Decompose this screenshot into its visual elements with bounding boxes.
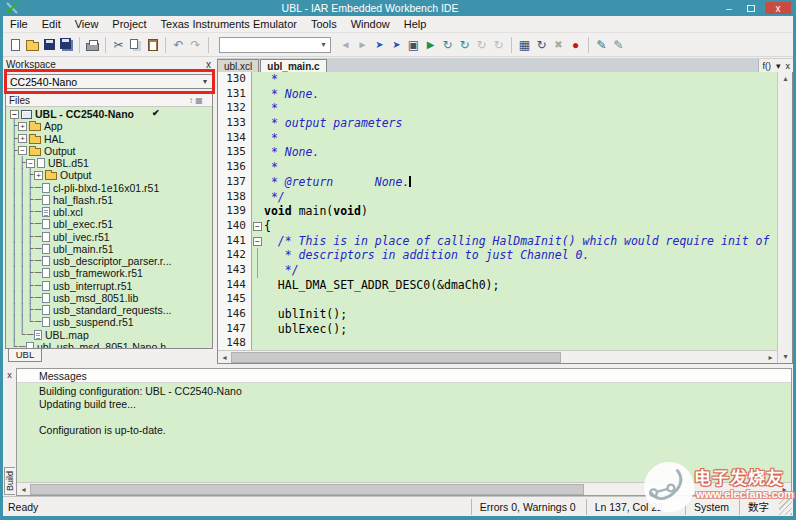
build-scroll-right-icon[interactable]: ▸ bbox=[778, 485, 791, 494]
build-horizontal-scrollbar[interactable]: ◂ ▸ bbox=[17, 482, 791, 495]
configuration-dropdown[interactable]: CC2540-Nano ▾ bbox=[5, 74, 213, 89]
code-text[interactable] bbox=[264, 336, 777, 350]
fold-margin[interactable] bbox=[252, 204, 264, 219]
scroll-left-icon[interactable]: ◂ bbox=[218, 353, 231, 362]
step-out-icon[interactable]: ↻ bbox=[473, 36, 490, 54]
download-and-debug-icon[interactable]: ✎ bbox=[593, 36, 610, 54]
code-text[interactable]: * bbox=[264, 101, 777, 116]
make-icon[interactable]: ▦ bbox=[516, 36, 533, 54]
cut-icon[interactable]: ✂ bbox=[110, 36, 127, 54]
code-text[interactable]: * @return None. bbox=[264, 175, 777, 190]
line-number[interactable]: 135 bbox=[218, 145, 252, 160]
tree-item-cl-pli-blxd-1e16x01-r51[interactable]: ││├─cl-pli-blxd-1e16x01.r51 bbox=[6, 182, 212, 194]
resize-grip[interactable] bbox=[779, 499, 792, 515]
tree-expander-icon[interactable]: + bbox=[34, 171, 43, 180]
line-number[interactable]: 137 bbox=[218, 175, 252, 190]
code-text[interactable]: * None. bbox=[264, 87, 777, 102]
tree-item-ubl-cc2540-nano[interactable]: −UBL - CC2540-Nano✔ bbox=[6, 108, 212, 120]
tree-expander-icon[interactable]: + bbox=[18, 122, 27, 131]
fold-margin[interactable] bbox=[252, 116, 264, 131]
line-number[interactable]: 134 bbox=[218, 131, 252, 146]
tree-item-app[interactable]: ├+App bbox=[6, 120, 212, 132]
code-text[interactable]: { bbox=[264, 219, 777, 234]
fold-margin[interactable] bbox=[252, 160, 264, 175]
scroll-right-icon[interactable]: ▸ bbox=[764, 353, 777, 362]
tree-item-ubl-ivec-r51[interactable]: ││├─ubl_ivec.r51 bbox=[6, 231, 212, 243]
save-icon[interactable] bbox=[41, 36, 58, 54]
open-file-icon[interactable] bbox=[24, 36, 41, 54]
tree-item-ubl-map[interactable]: │└─UBL.map bbox=[6, 329, 212, 341]
code-text[interactable]: void main(void) bbox=[264, 204, 777, 219]
editor-vertical-scrollbar[interactable]: ▴ ▾ bbox=[777, 72, 792, 363]
file-order-icon[interactable]: ↕ ▦ bbox=[183, 96, 209, 105]
line-number[interactable]: 138 bbox=[218, 190, 252, 205]
code-text[interactable]: */ bbox=[264, 263, 777, 278]
step-over-icon[interactable]: ↻ bbox=[439, 36, 456, 54]
tree-expander-icon[interactable]: − bbox=[26, 159, 35, 168]
copy-icon[interactable] bbox=[127, 36, 144, 54]
tree-expander-icon[interactable]: − bbox=[18, 146, 27, 155]
fold-margin[interactable] bbox=[252, 131, 264, 146]
minimize-button[interactable]: – bbox=[721, 2, 737, 14]
tree-item-output[interactable]: ││├+Output bbox=[6, 169, 212, 181]
rebuild-all-icon[interactable]: ↻ bbox=[533, 36, 550, 54]
go-to-bookmark-icon[interactable]: ➤ bbox=[371, 36, 388, 54]
build-scroll-left-icon[interactable]: ◂ bbox=[17, 485, 30, 494]
run-icon[interactable]: ↻ bbox=[490, 36, 507, 54]
step-into-icon[interactable]: ↻ bbox=[456, 36, 473, 54]
paste-icon[interactable] bbox=[144, 36, 161, 54]
line-number[interactable]: 132 bbox=[218, 101, 252, 116]
code-text[interactable]: */ bbox=[264, 190, 777, 205]
menu-item-file[interactable]: File bbox=[3, 18, 35, 30]
build-panel-close-icon[interactable]: x bbox=[7, 370, 12, 380]
line-number[interactable]: 131 bbox=[218, 87, 252, 102]
fold-margin[interactable] bbox=[252, 190, 264, 205]
fold-margin[interactable] bbox=[252, 278, 264, 293]
workspace-tab-ubl[interactable]: UBL bbox=[8, 349, 42, 362]
go-to-function-button[interactable]: f() bbox=[762, 61, 771, 71]
code-text[interactable]: /* This is in place of calling HalDmaIni… bbox=[264, 234, 777, 249]
debug-icon[interactable]: ▶ bbox=[422, 36, 439, 54]
tab-list-dropdown-icon[interactable]: ▾ bbox=[776, 61, 781, 71]
line-number[interactable]: 139 bbox=[218, 204, 252, 219]
editor-tab-ubl-main-c[interactable]: ubl_main.c bbox=[260, 59, 326, 72]
fold-margin[interactable] bbox=[252, 336, 264, 350]
line-number[interactable]: 136 bbox=[218, 160, 252, 175]
line-number[interactable]: 148 bbox=[218, 336, 252, 350]
fold-margin[interactable]: − bbox=[252, 234, 264, 249]
new-document-icon[interactable] bbox=[7, 36, 24, 54]
fold-margin[interactable] bbox=[252, 248, 264, 263]
code-text[interactable]: * bbox=[264, 131, 777, 146]
code-editor-area[interactable]: 130 *131 * None.132 *133 * output parame… bbox=[218, 72, 777, 350]
build-hscroll-thumb[interactable] bbox=[30, 484, 584, 495]
fold-margin[interactable] bbox=[252, 263, 264, 278]
code-text[interactable]: ublExec(); bbox=[264, 322, 777, 337]
line-number[interactable]: 141 bbox=[218, 234, 252, 249]
quick-search-combo[interactable]: ▾ bbox=[219, 37, 331, 53]
debug-without-downloading-icon[interactable]: ✎ bbox=[610, 36, 627, 54]
line-number[interactable]: 147 bbox=[218, 322, 252, 337]
line-number[interactable]: 142 bbox=[218, 248, 252, 263]
toggle-bookmark-icon[interactable]: ➤ bbox=[388, 36, 405, 54]
line-number[interactable]: 145 bbox=[218, 292, 252, 307]
tree-expander-icon[interactable]: + bbox=[18, 134, 27, 143]
undo-icon[interactable]: ↶ bbox=[170, 36, 187, 54]
navigate-forward-icon[interactable]: ► bbox=[354, 36, 371, 54]
code-text[interactable]: * descriptors in addition to just Channe… bbox=[264, 248, 777, 263]
editor-horizontal-scrollbar[interactable]: ◂ ▸ bbox=[218, 350, 777, 363]
menu-item-project[interactable]: Project bbox=[105, 18, 153, 30]
line-number[interactable]: 140 bbox=[218, 219, 252, 234]
tree-expander-icon[interactable]: − bbox=[10, 110, 19, 119]
menu-item-view[interactable]: View bbox=[68, 18, 106, 30]
fold-margin[interactable] bbox=[252, 87, 264, 102]
line-number[interactable]: 133 bbox=[218, 116, 252, 131]
maximize-button[interactable] bbox=[743, 2, 759, 14]
scroll-down-icon[interactable]: ▾ bbox=[778, 350, 793, 363]
fold-margin[interactable]: − bbox=[252, 219, 264, 234]
tree-item-ubl-usb-msd-8051-nano-h-[interactable]: └─ubl_usb_msd_8051-Nano.h... bbox=[6, 341, 212, 348]
scroll-up-icon[interactable]: ▴ bbox=[778, 72, 793, 85]
fold-margin[interactable] bbox=[252, 307, 264, 322]
save-all-icon[interactable] bbox=[58, 36, 75, 54]
code-text[interactable]: ublInit(); bbox=[264, 307, 777, 322]
line-number[interactable]: 146 bbox=[218, 307, 252, 322]
